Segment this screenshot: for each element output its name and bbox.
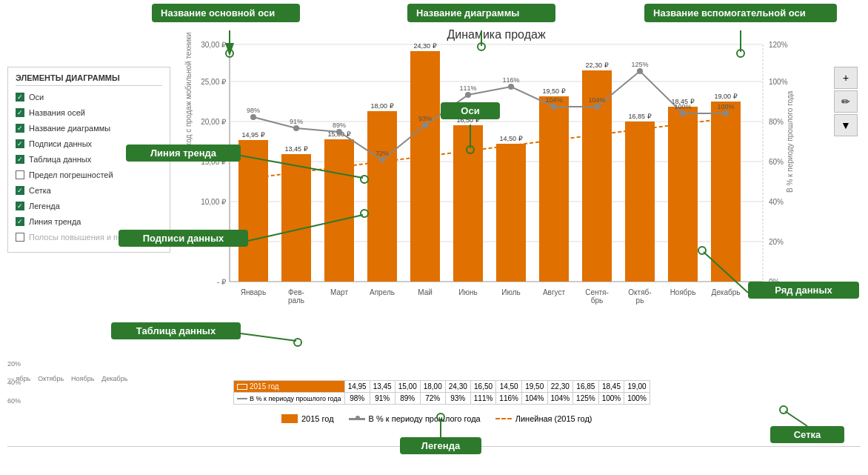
panel-item-label-4: Таблица данных xyxy=(29,155,91,164)
edit-button[interactable]: ✏ xyxy=(834,90,858,113)
svg-text:Май: Май xyxy=(418,288,433,296)
svg-text:24,30 ₽: 24,30 ₽ xyxy=(413,42,436,50)
svg-text:98%: 98% xyxy=(247,107,260,114)
panel-item-0[interactable]: Оси xyxy=(16,90,162,104)
legend-item-2015: 2015 год xyxy=(281,414,334,423)
svg-text:16,85 ₽: 16,85 ₽ xyxy=(628,113,651,120)
data-table: 2015 год 14,95 13,45 15,00 18,00 24,30 1… xyxy=(233,380,650,405)
svg-text:22,30 ₽: 22,30 ₽ xyxy=(585,62,608,69)
panel-item-label-2: Название диаграммы xyxy=(29,124,110,133)
panel-item-3[interactable]: Подписи данных xyxy=(16,137,162,150)
svg-point-38 xyxy=(250,114,256,120)
checkbox-1[interactable] xyxy=(16,108,24,117)
checkbox-4[interactable] xyxy=(16,155,24,164)
svg-text:19,50 ₽: 19,50 ₽ xyxy=(542,87,565,95)
svg-text:Июль: Июль xyxy=(501,288,521,296)
svg-text:20%: 20% xyxy=(769,238,784,246)
svg-text:13,45 ₽: 13,45 ₽ xyxy=(284,145,307,153)
panel-item-1[interactable]: Названия осей xyxy=(16,106,162,119)
svg-text:25,00 ₽: 25,00 ₽ xyxy=(201,78,227,86)
svg-point-43 xyxy=(465,92,471,98)
panel-item-4[interactable]: Таблица данных xyxy=(16,153,162,166)
panel-item-7[interactable]: Легенда xyxy=(16,199,162,213)
bar-oct xyxy=(625,122,655,282)
svg-text:Июнь: Июнь xyxy=(458,288,477,296)
panel-item-8[interactable]: Линия тренда xyxy=(16,215,162,228)
svg-text:Динамика продаж: Динамика продаж xyxy=(447,30,545,41)
legend-label-trend: Линейная (2015 год) xyxy=(515,414,592,423)
checkbox-8[interactable] xyxy=(16,217,24,226)
svg-text:Фев-: Фев- xyxy=(288,288,304,296)
svg-text:0%: 0% xyxy=(769,278,780,286)
checkbox-2[interactable] xyxy=(16,124,24,133)
panel-title: ЭЛЕМЕНТЫ ДИАГРАММЫ xyxy=(16,73,162,86)
bar-may xyxy=(410,51,440,282)
filter-button[interactable]: ▼ xyxy=(834,114,858,136)
svg-point-44 xyxy=(508,84,514,90)
svg-point-99 xyxy=(780,406,787,413)
svg-point-46 xyxy=(594,104,600,110)
svg-text:15,00 ₽: 15,00 ₽ xyxy=(201,158,227,166)
legend-label-pct: В % к периоду прошлого года xyxy=(369,414,481,423)
svg-text:10,00 ₽: 10,00 ₽ xyxy=(201,198,227,206)
callout-chart-title: Название диаграммы xyxy=(407,4,555,22)
panel-item-6[interactable]: Сетка xyxy=(16,184,162,197)
main-container: ЭЛЕМЕНТЫ ДИАГРАММЫ ОсиНазвания осейНазва… xyxy=(0,0,868,475)
svg-text:Сентя-: Сентя- xyxy=(585,288,609,296)
callout-main-axis: Название основной оси xyxy=(152,4,300,22)
svg-text:Декабрь: Декабрь xyxy=(712,288,741,296)
bar-apr xyxy=(367,111,397,282)
legend-label-2015: 2015 год xyxy=(301,414,334,423)
svg-text:116%: 116% xyxy=(502,76,519,84)
svg-text:100%: 100% xyxy=(769,78,788,86)
right-toolbar: + ✏ ▼ xyxy=(834,67,861,136)
pct-line xyxy=(253,71,726,160)
checkbox-9[interactable] xyxy=(16,233,24,242)
svg-text:30,00 ₽: 30,00 ₽ xyxy=(201,41,227,49)
bar-jul xyxy=(496,144,526,282)
callout-aux-axis: Название вспомогательной оси xyxy=(644,4,837,22)
svg-text:5,00 ₽: 5,00 ₽ xyxy=(205,238,227,246)
panel-item-label-0: Оси xyxy=(29,93,44,102)
svg-point-49 xyxy=(723,110,729,116)
svg-text:14,50 ₽: 14,50 ₽ xyxy=(499,135,522,142)
panel-item-label-6: Сетка xyxy=(29,186,51,195)
svg-text:72%: 72% xyxy=(375,150,389,157)
svg-text:89%: 89% xyxy=(333,122,346,129)
legend-item-trend: Линейная (2015 год) xyxy=(495,414,592,423)
svg-text:- ₽: - ₽ xyxy=(217,278,227,286)
svg-point-40 xyxy=(336,129,342,135)
bar-jan xyxy=(238,140,268,282)
panel-item-label-9: Полосы повышения и понижения xyxy=(29,233,155,242)
panel-item-2[interactable]: Название диаграммы xyxy=(16,122,162,135)
svg-text:104%: 104% xyxy=(545,96,562,104)
checkbox-3[interactable] xyxy=(16,139,24,148)
checkbox-6[interactable] xyxy=(16,186,24,195)
legend-area: 2015 год В % к периоду прошлого года Лин… xyxy=(281,414,592,423)
panel-item-label-8: Линия тренда xyxy=(29,217,81,226)
svg-text:рь: рь xyxy=(636,296,644,305)
panel-item-label-5: Предел погрешностей xyxy=(29,170,113,179)
svg-text:14,95 ₽: 14,95 ₽ xyxy=(241,131,264,139)
svg-text:125%: 125% xyxy=(631,61,648,68)
svg-text:60%: 60% xyxy=(769,158,784,166)
legend-color-pct xyxy=(349,418,365,420)
add-button[interactable]: + xyxy=(834,67,858,89)
svg-point-45 xyxy=(551,104,557,110)
checkbox-5[interactable] xyxy=(16,170,24,179)
svg-text:20,00 ₽: 20,00 ₽ xyxy=(201,118,227,126)
panel-item-5[interactable]: Предел погрешностей xyxy=(16,168,162,182)
trend-line xyxy=(253,119,726,178)
svg-text:Доход с продаж мобильной техни: Доход с продаж мобильной техники xyxy=(184,33,193,156)
chart-elements-panel: ЭЛЕМЕНТЫ ДИАГРАММЫ ОсиНазвания осейНазва… xyxy=(7,67,170,253)
svg-text:111%: 111% xyxy=(459,84,476,92)
svg-line-98 xyxy=(785,411,807,426)
svg-text:Апрель: Апрель xyxy=(370,288,395,296)
checkbox-0[interactable] xyxy=(16,93,24,102)
panel-item-9[interactable]: Полосы повышения и понижения xyxy=(16,230,162,244)
bar-jun xyxy=(453,125,483,282)
checkbox-7[interactable] xyxy=(16,202,24,210)
svg-text:В % к периоду прошлого года: В % к периоду прошлого года xyxy=(786,90,794,193)
svg-text:18,00 ₽: 18,00 ₽ xyxy=(370,102,393,110)
panel-item-label-3: Подписи данных xyxy=(29,139,92,148)
